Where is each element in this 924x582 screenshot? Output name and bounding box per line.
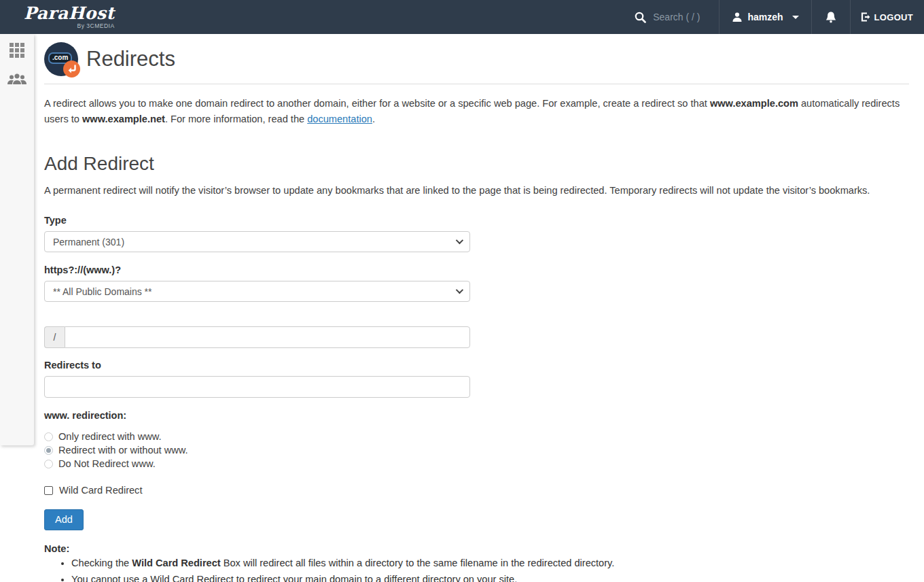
type-label: Type	[44, 215, 470, 226]
redirects-to-group: Redirects to	[44, 360, 470, 398]
domain-select[interactable]: ** All Public Domains **	[44, 281, 470, 302]
intro-bold-example-net: www.example.net	[82, 114, 165, 124]
logout-icon	[860, 12, 871, 22]
intro-text: A redirect allows you to make one domain…	[44, 98, 710, 109]
note-item: You cannot use a Wild Card Redirect to r…	[71, 573, 909, 582]
notifications-button[interactable]	[812, 0, 850, 34]
note-item: Checking the Wild Card Redirect Box will…	[71, 557, 909, 570]
brand-name: ParaHost	[24, 5, 115, 22]
add-redirect-form: Type Permanent (301) https?://(www.)? **…	[44, 215, 470, 530]
main-content: .com Redirects A redirect allows you to …	[0, 34, 924, 582]
note-text: Box will redirect all files within a dir…	[221, 558, 615, 568]
note-section: Note: Checking the Wild Card Redirect Bo…	[44, 543, 909, 582]
radio-label: Redirect with or without www.	[58, 445, 188, 456]
note-text: You cannot use a Wild Card Redirect to r…	[71, 574, 517, 582]
note-label: Note:	[44, 543, 909, 554]
radio-with-or-without-www-input[interactable]	[44, 446, 53, 455]
note-list: Checking the Wild Card Redirect Box will…	[44, 557, 909, 582]
user-menu[interactable]: hamzeh	[719, 0, 811, 34]
path-prefix: /	[44, 326, 65, 348]
search-button[interactable]: Search ( / )	[621, 0, 719, 34]
sidebar	[0, 34, 34, 445]
top-navigation-bar: ParaHost By 3CMEDIA Search ( / ) hamzeh	[0, 0, 924, 34]
redirect-arrow-icon	[63, 61, 80, 78]
wildcard-redirect-row[interactable]: Wild Card Redirect	[44, 485, 470, 496]
wildcard-redirect-label: Wild Card Redirect	[59, 485, 142, 496]
redirects-to-label: Redirects to	[44, 360, 470, 371]
radio-do-not-redirect-www-input[interactable]	[44, 460, 53, 468]
add-redirect-description: A permanent redirect will notify the vis…	[44, 184, 909, 199]
domain-label: https?://(www.)?	[44, 264, 470, 275]
redirects-icon: .com	[44, 42, 78, 76]
user-icon	[732, 12, 743, 22]
radio-only-www[interactable]: Only redirect with www.	[44, 430, 470, 443]
page-header: .com Redirects	[44, 42, 909, 76]
type-select-wrap: Permanent (301)	[44, 231, 470, 252]
brand-logo[interactable]: ParaHost By 3CMEDIA	[24, 5, 115, 29]
search-icon	[635, 12, 646, 23]
add-button[interactable]: Add	[44, 509, 84, 530]
add-redirect-heading: Add Redirect	[44, 153, 909, 175]
intro-text: .	[372, 114, 375, 124]
note-bold: Wild Card Redirect	[132, 558, 220, 568]
chevron-down-icon	[792, 16, 799, 19]
radio-with-or-without-www[interactable]: Redirect with or without www.	[44, 443, 470, 457]
brand-byline: By 3CMEDIA	[24, 23, 115, 29]
radio-only-www-input[interactable]	[44, 432, 53, 441]
username: hamzeh	[747, 12, 783, 22]
radio-do-not-redirect-www[interactable]: Do Not Redirect www.	[44, 457, 470, 470]
wildcard-redirect-checkbox[interactable]	[44, 486, 53, 495]
note-text: Checking the	[71, 558, 132, 568]
path-input-group: /	[44, 326, 470, 348]
www-radio-list: Only redirect with www. Redirect with or…	[44, 430, 470, 470]
intro-text: . For more information, read the	[165, 114, 307, 124]
radio-label: Do Not Redirect www.	[58, 458, 156, 469]
redirects-to-input[interactable]	[44, 376, 470, 398]
intro-bold-example-com: www.example.com	[710, 98, 798, 109]
page-title: Redirects	[86, 47, 175, 71]
www-redirection-group: www. redirection: Only redirect with www…	[44, 410, 470, 470]
search-placeholder: Search ( / )	[653, 12, 700, 22]
documentation-link[interactable]: documentation	[307, 114, 372, 124]
users-icon[interactable]	[7, 71, 27, 89]
www-redirection-label: www. redirection:	[44, 410, 470, 421]
path-input[interactable]	[65, 326, 470, 348]
logout-button[interactable]: LOGOUT	[851, 0, 924, 34]
logout-label: LOGOUT	[874, 12, 913, 22]
apps-grid-icon[interactable]	[10, 43, 24, 58]
bell-icon	[825, 11, 837, 24]
domain-select-wrap: ** All Public Domains **	[44, 281, 470, 302]
topbar-actions: Search ( / ) hamzeh LOGOUT	[621, 0, 924, 34]
type-select[interactable]: Permanent (301)	[44, 231, 470, 252]
radio-label: Only redirect with www.	[58, 431, 162, 442]
intro-paragraph: A redirect allows you to make one domain…	[44, 96, 909, 126]
title-divider	[44, 84, 909, 84]
